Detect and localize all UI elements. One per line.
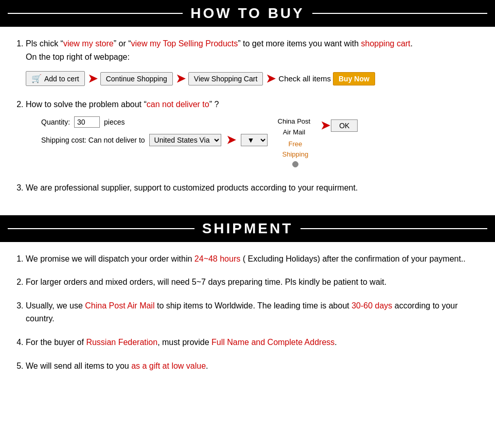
china-post-text: China Post xyxy=(278,116,311,127)
add-to-cart-label: Add to cert xyxy=(44,75,79,83)
china-post-label: China Post Air Mail xyxy=(278,116,311,138)
shipping-cost-row: Shipping cost: Can not deliver to United… xyxy=(41,131,268,149)
free-shipping-label: Free Shipping xyxy=(282,139,309,171)
arrow2-icon: ➤ xyxy=(176,70,185,88)
shipment-header: SHIPMENT xyxy=(0,215,495,242)
step3: We are professional supplier, support to… xyxy=(26,181,480,195)
shipping-left-col: Quantity: pieces Shipping cost: Can not … xyxy=(41,116,268,149)
ship-item3-before: Usually, we use xyxy=(26,301,85,310)
russian-federation-text: Russian Federation xyxy=(86,338,157,347)
step2-text-after: ” ? xyxy=(209,100,219,109)
ok-label: OK xyxy=(339,122,349,130)
buy-now-button[interactable]: Buy Now xyxy=(333,72,375,85)
step1-text-before: Pls chick “ xyxy=(26,39,63,48)
shipment-item3: Usually, we use China Post Air Mail to s… xyxy=(26,299,480,325)
ship-item4-before: For the buyer of xyxy=(26,338,86,347)
free-text: Free xyxy=(289,140,303,148)
ship-item5-end: . xyxy=(206,361,208,370)
ship-item1-after: ( Excluding Holidays) after the confirma… xyxy=(240,254,466,263)
cart-icon: 🛒 xyxy=(31,74,42,83)
full-name-highlight: Full Name and Complete Address xyxy=(211,338,334,347)
days-highlight: 30-60 days xyxy=(351,301,392,310)
step1-text-mid1: ” or “ xyxy=(114,39,131,48)
view-my-store-link[interactable]: view my store xyxy=(63,39,114,48)
arrow3-icon: ➤ xyxy=(266,70,275,88)
ship-item5-before: We will send all items to you xyxy=(26,361,131,370)
check-all-items-text: Check all items xyxy=(278,73,331,85)
ok-button[interactable]: OK xyxy=(331,119,358,132)
how-to-buy-header: HOW TO BUY xyxy=(0,0,495,27)
air-mail-text: Air Mail xyxy=(283,127,305,138)
view-top-selling-link[interactable]: view my Top Selling Products xyxy=(131,39,238,48)
continue-shopping-button[interactable]: Continue Shopping xyxy=(100,72,173,85)
continue-shopping-label: Continue Shopping xyxy=(106,75,167,83)
buy-flow-diagram: 🛒 Add to cert ➤ Continue Shopping ➤ View… xyxy=(26,70,480,88)
ship-item4-end: . xyxy=(334,338,337,347)
quantity-row: Quantity: pieces xyxy=(41,116,268,128)
shipping-country-select[interactable]: United States Via xyxy=(149,134,221,146)
view-shopping-cart-button[interactable]: View Shopping Cart xyxy=(188,72,263,85)
shipping-diagram: Quantity: pieces Shipping cost: Can not … xyxy=(41,116,480,171)
cannot-deliver-highlight: can not deliver to xyxy=(147,100,209,109)
ship-item1-highlight: 24~48 hours xyxy=(195,254,240,263)
on-top-right-text: On the top right of webpage: xyxy=(26,53,130,61)
pieces-text: pieces xyxy=(104,116,125,128)
step1-text-end: . xyxy=(411,39,413,48)
gift-highlight: as a gift at low value xyxy=(131,361,206,370)
shipment-item4: For the buyer of Russian Federation, mus… xyxy=(26,336,480,349)
ok-arrow-icon: ➤ xyxy=(321,116,330,134)
view-shopping-cart-label: View Shopping Cart xyxy=(194,75,257,83)
china-post-air-mail-text: China Post Air Mail xyxy=(85,301,154,310)
china-post-col: China Post Air Mail Free Shipping xyxy=(278,116,313,171)
shipment-item2: For larger orders and mixed orders, will… xyxy=(26,275,480,289)
shipping-arrow-icon: ➤ xyxy=(226,131,236,149)
step1-text-mid2: ” to get more items you want with xyxy=(238,39,361,48)
shipment-item5: We will send all items to you as a gift … xyxy=(26,359,480,373)
shipment-item1: We promise we will dispatch your order w… xyxy=(26,252,480,266)
radio-icon xyxy=(292,161,298,167)
shipping-text: Shipping xyxy=(282,150,309,158)
ship-item1-before: We promise we will dispatch your order w… xyxy=(26,254,195,263)
how-to-buy-title: HOW TO BUY xyxy=(190,5,304,22)
add-to-cart-button[interactable]: 🛒 Add to cert xyxy=(26,71,85,86)
arrow1-icon: ➤ xyxy=(88,70,97,88)
buy-now-label: Buy Now xyxy=(339,75,369,83)
step2: How to solve the problem about “can not … xyxy=(26,98,480,171)
ship-item2-text: For larger orders and mixed orders, will… xyxy=(26,278,386,286)
shipment-content: We promise we will dispatch your order w… xyxy=(0,242,495,393)
step2-text-before: How to solve the problem about “ xyxy=(26,100,147,109)
step3-text: We are professional supplier, support to… xyxy=(26,183,358,192)
quantity-input[interactable] xyxy=(74,116,100,128)
ship-item3-middle: to ship items to Worldwide. The leading … xyxy=(154,301,351,310)
shipment-title: SHIPMENT xyxy=(202,220,293,237)
ok-col: ➤ OK xyxy=(320,116,358,134)
step1: Pls chick “view my store” or “view my To… xyxy=(26,37,480,88)
shipping-method-dropdown[interactable]: ▼ xyxy=(241,134,268,146)
how-to-buy-content: Pls chick “view my store” or “view my To… xyxy=(0,27,495,215)
shipping-cost-label: Shipping cost: Can not deliver to xyxy=(41,134,145,146)
shopping-cart-link[interactable]: shopping cart xyxy=(361,39,410,48)
qty-label: Quantity: xyxy=(41,116,70,128)
ship-item4-middle: , must provide xyxy=(157,338,211,347)
